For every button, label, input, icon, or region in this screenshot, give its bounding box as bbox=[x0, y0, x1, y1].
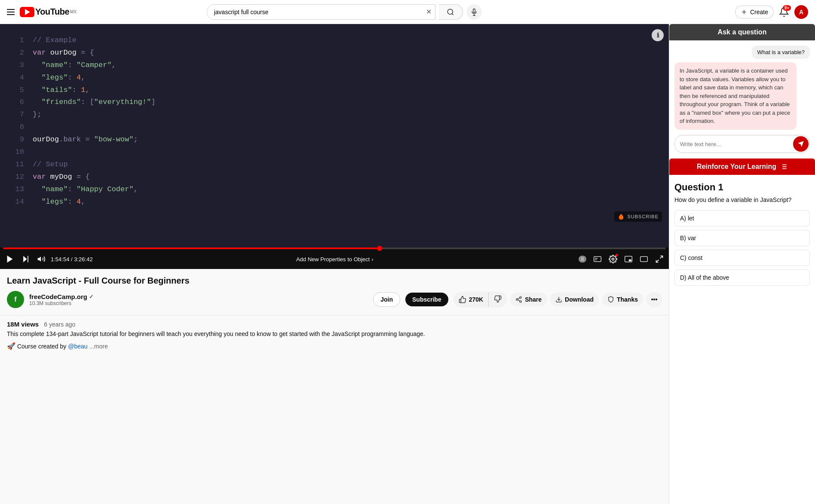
send-button[interactable] bbox=[793, 136, 809, 152]
theater-icon bbox=[640, 255, 648, 263]
video-age: 6 years ago bbox=[44, 321, 75, 328]
play-triangle-icon bbox=[25, 9, 30, 15]
time-display: 1:54:54 / 3:26:42 bbox=[51, 256, 93, 263]
notification-badge: 9+ bbox=[783, 5, 791, 11]
microphone-button[interactable] bbox=[466, 4, 482, 20]
channel-row: f freeCodeCamp.org ✓ 10.3M subscribers J… bbox=[7, 291, 662, 308]
code-display: 1// Example 2var ourDog = { 3 "name": "C… bbox=[0, 24, 669, 247]
fire-icon bbox=[618, 213, 625, 220]
thanks-icon bbox=[607, 296, 614, 303]
description-text: This complete 134-part JavaScript tutori… bbox=[7, 330, 662, 339]
play-icon bbox=[5, 254, 15, 264]
svg-line-19 bbox=[656, 260, 659, 263]
subscriber-count: 10.3M subscribers bbox=[29, 300, 368, 306]
ask-question-header: Ask a question bbox=[669, 24, 815, 40]
channel-avatar[interactable]: f bbox=[7, 291, 24, 308]
create-button[interactable]: Create bbox=[735, 6, 774, 18]
channel-info: freeCodeCamp.org ✓ 10.3M subscribers bbox=[29, 293, 368, 306]
subscribe-button[interactable]: Subscribe bbox=[405, 293, 448, 306]
youtube-logo[interactable]: YouTubeMX bbox=[20, 7, 77, 17]
description-note: 🚀 Course created by @beau ...more bbox=[7, 341, 662, 351]
search-button[interactable] bbox=[439, 4, 463, 20]
svg-marker-27 bbox=[798, 141, 803, 147]
interaction-buttons: 270K Share Download bbox=[453, 292, 662, 308]
option-a[interactable]: A) let bbox=[674, 210, 810, 226]
play-pause-button[interactable] bbox=[3, 253, 16, 266]
download-button[interactable]: Download bbox=[550, 293, 599, 306]
svg-rect-11 bbox=[594, 257, 601, 262]
reinforce-header: Reinforce Your Learning bbox=[669, 159, 815, 175]
join-button[interactable]: Join bbox=[373, 292, 400, 307]
miniplayer-button[interactable] bbox=[622, 253, 634, 265]
chapter-name[interactable]: Add New Properties to Object › bbox=[296, 256, 374, 263]
info-button[interactable]: ℹ bbox=[652, 29, 664, 41]
show-more-button[interactable]: ...more bbox=[89, 343, 108, 350]
controls-row: 1:54:54 / 3:26:42 Add New Properties to … bbox=[3, 251, 665, 267]
topbar-right: Create 9+ A bbox=[735, 5, 808, 19]
video-description: 18M views 6 years ago This complete 134-… bbox=[0, 315, 669, 355]
svg-marker-10 bbox=[38, 257, 41, 262]
topbar: YouTubeMX ✕ Create bbox=[0, 0, 815, 24]
svg-line-1 bbox=[452, 13, 453, 15]
notification-button[interactable]: 9+ bbox=[779, 7, 789, 17]
search-bar: ✕ bbox=[207, 4, 435, 20]
svg-line-23 bbox=[518, 300, 520, 301]
chat-area: What is a variable? In JavaScript, a var… bbox=[674, 46, 810, 131]
theater-button[interactable] bbox=[638, 253, 650, 265]
hamburger-menu[interactable] bbox=[7, 9, 15, 15]
autoplay-toggle: II bbox=[579, 256, 586, 263]
option-b[interactable]: B) var bbox=[674, 230, 810, 246]
user-avatar[interactable]: A bbox=[794, 5, 808, 19]
svg-marker-8 bbox=[23, 256, 27, 263]
option-d[interactable]: D) All of the above bbox=[674, 269, 810, 286]
chat-input-row bbox=[674, 135, 810, 153]
author-link[interactable]: @beau bbox=[68, 343, 87, 350]
dislike-button[interactable] bbox=[489, 292, 507, 308]
fullscreen-button[interactable] bbox=[653, 253, 665, 265]
svg-point-20 bbox=[520, 296, 521, 298]
svg-line-18 bbox=[660, 256, 663, 259]
fullscreen-icon bbox=[655, 255, 664, 263]
question-title: Question 1 bbox=[674, 182, 810, 193]
reinforce-panel: Reinforce Your Learning Question 1 How d… bbox=[669, 159, 815, 294]
like-button[interactable]: 270K bbox=[453, 292, 489, 307]
captions-button[interactable] bbox=[591, 253, 604, 265]
svg-marker-7 bbox=[7, 256, 13, 263]
like-count: 270K bbox=[469, 296, 483, 303]
youtube-icon bbox=[20, 7, 34, 17]
like-dislike-button: 270K bbox=[453, 292, 507, 308]
share-icon bbox=[515, 296, 522, 303]
video-player[interactable]: 1// Example 2var ourDog = { 3 "name": "C… bbox=[0, 24, 669, 247]
search-clear-button[interactable]: ✕ bbox=[423, 5, 435, 19]
time-total: 3:26:42 bbox=[74, 256, 92, 263]
settings-button[interactable] bbox=[607, 253, 619, 265]
volume-icon bbox=[37, 255, 46, 263]
channel-name: freeCodeCamp.org ✓ bbox=[29, 293, 368, 300]
microphone-icon bbox=[470, 8, 478, 16]
youtube-country: MX bbox=[70, 9, 77, 14]
view-count: 18M views bbox=[7, 321, 39, 328]
svg-point-0 bbox=[447, 9, 453, 14]
progress-dot bbox=[377, 246, 382, 251]
next-button[interactable] bbox=[20, 253, 32, 265]
svg-rect-16 bbox=[629, 260, 631, 261]
svg-point-22 bbox=[520, 301, 521, 302]
thumbs-up-icon bbox=[459, 296, 466, 303]
svg-rect-9 bbox=[28, 256, 28, 263]
rocket-icon: 🚀 bbox=[7, 342, 15, 350]
more-options-button[interactable]: ••• bbox=[646, 292, 662, 307]
chat-input[interactable] bbox=[675, 137, 792, 151]
topbar-left: YouTubeMX bbox=[7, 7, 77, 17]
sidebar-panel: Ask a question What is a variable? In Ja… bbox=[669, 24, 815, 504]
download-icon bbox=[555, 296, 562, 303]
search-input[interactable] bbox=[207, 5, 423, 19]
list-icon bbox=[780, 163, 787, 171]
option-c[interactable]: C) const bbox=[674, 250, 810, 266]
autoplay-button[interactable]: II bbox=[577, 254, 588, 264]
time-current: 1:54:54 bbox=[51, 256, 69, 263]
thanks-button[interactable]: Thanks bbox=[602, 293, 643, 306]
search-icon bbox=[447, 8, 454, 16]
share-button[interactable]: Share bbox=[510, 293, 547, 306]
mute-button[interactable] bbox=[35, 253, 47, 265]
progress-bar[interactable] bbox=[3, 247, 665, 249]
